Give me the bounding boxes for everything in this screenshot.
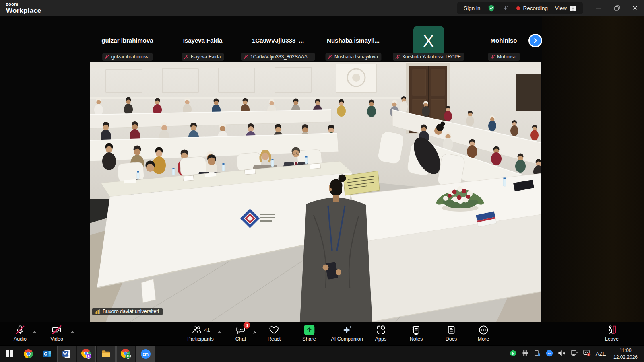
participant-label: Xurshida Yakubova TRCPE [402, 54, 461, 60]
stage-background [542, 16, 644, 322]
system-tray: k zm AZE 11:00 12.02.2026 [510, 347, 644, 360]
svg-text:zm: zm [547, 352, 551, 354]
next-page-button[interactable] [528, 34, 542, 47]
mic-muted-icon [490, 54, 495, 60]
leave-meeting-icon [607, 324, 617, 335]
apps-icon [376, 324, 386, 335]
participants-icon [191, 325, 202, 335]
network-tray-icon[interactable] [570, 350, 578, 358]
mic-off-icon [15, 324, 25, 335]
taskbar-clock[interactable]: 11:00 12.02.2026 [611, 347, 640, 360]
taskbar-file-explorer[interactable] [97, 346, 116, 362]
titlebar: zoom Workplace Sign in Recording View [0, 0, 644, 16]
apps-label: Apps [375, 336, 387, 342]
participant-label: gulzar ibrahimova [111, 54, 150, 60]
close-button[interactable] [626, 0, 644, 16]
taskbar-word[interactable] [57, 346, 76, 362]
share-screen-icon [304, 325, 314, 335]
share-button[interactable]: Share [302, 324, 316, 342]
participant-display-name: Isayeva Faida [165, 37, 240, 44]
meeting-stage: gulzar ibrahimova gulzar ibrahimova Isay… [0, 16, 644, 322]
apps-button[interactable]: Apps [375, 324, 387, 342]
ai-companion-button[interactable]: AI Companion [331, 324, 363, 342]
video-off-icon [51, 324, 62, 335]
video-button[interactable]: Video [50, 324, 63, 342]
connection-signal-icon [95, 309, 100, 314]
gallery-view-icon [570, 5, 576, 11]
participant-tile[interactable]: 1Ca0wVJjiu333_... 1Ca0wVJjiu333_802SAAA.… [240, 16, 316, 62]
sign-in-button[interactable]: Sign in [464, 5, 480, 11]
participant-tile[interactable]: gulzar ibrahimova gulzar ibrahimova [90, 16, 165, 62]
usb-device-tray-icon[interactable] [534, 350, 541, 358]
audio-button[interactable]: Audio [14, 324, 27, 342]
taskbar-outlook[interactable] [38, 346, 57, 362]
recording-label: Recording [523, 5, 548, 11]
ai-companion-label: AI Companion [331, 336, 363, 342]
brand-zoom: zoom [6, 2, 41, 6]
restore-button[interactable] [608, 0, 626, 16]
conference-room-illustration [90, 62, 541, 322]
participants-label: Participants [187, 336, 213, 342]
notes-button[interactable]: Notes [410, 324, 423, 342]
video-source-name: Buxoro davlat universiteti [103, 309, 159, 314]
chat-options-caret[interactable] [253, 329, 257, 336]
svg-text:G: G [127, 354, 130, 358]
participant-name-pill: gulzar ibrahimova [102, 53, 153, 61]
window-controls [590, 0, 644, 16]
zoom-workplace-logo: zoom Workplace [0, 2, 41, 14]
participant-label: Isayeva Faida [191, 54, 221, 60]
participant-label: 1Ca0wVJjiu333_802SAAA... [250, 54, 312, 60]
docs-label: Docs [446, 336, 457, 342]
participant-display-name: gulzar ibrahimova [90, 37, 165, 44]
start-button[interactable] [0, 346, 19, 362]
video-source-label: Buxoro davlat universiteti [92, 308, 163, 315]
zoom-app-icon: zm [140, 349, 151, 359]
react-label: React [268, 336, 281, 342]
ai-companion-status-icon[interactable] [502, 5, 509, 12]
chrome-icon [23, 349, 33, 359]
screenshare-alert-tray-icon[interactable] [583, 349, 591, 358]
more-label: More [478, 336, 489, 342]
language-indicator[interactable]: AZE [596, 351, 606, 357]
folder-icon [101, 349, 111, 359]
participant-tile[interactable]: Isayeva Faida Isayeva Faida [165, 16, 240, 62]
video-label: Video [50, 336, 63, 342]
video-options-caret[interactable] [70, 329, 75, 336]
taskbar-zoom[interactable]: zm [136, 346, 155, 362]
meeting-toolbar: Audio Video 41 Participants [0, 322, 644, 345]
chrome-g-icon: G [121, 349, 131, 359]
more-button[interactable]: More [478, 324, 489, 342]
docs-button[interactable]: Docs [446, 324, 457, 342]
outlook-icon [42, 349, 52, 359]
chat-button[interactable]: 3 Chat [235, 324, 246, 342]
kaspersky-tray-icon[interactable]: k [510, 350, 517, 358]
windows-logo-icon [6, 350, 13, 357]
minimize-button[interactable] [590, 0, 608, 16]
participant-tile[interactable]: X Xurshida Yakubova TRCPE [391, 16, 466, 62]
zoom-tray-icon[interactable]: zm [546, 350, 553, 358]
security-shield-icon[interactable] [487, 4, 495, 12]
participants-options-caret[interactable] [217, 329, 222, 336]
share-label: Share [302, 336, 316, 342]
react-button[interactable]: React [268, 324, 281, 342]
participant-tile[interactable]: Nushaba İsmayil... Nushaba İsmayilova [316, 16, 391, 62]
volume-tray-icon[interactable] [558, 350, 566, 358]
taskbar-chrome-profile[interactable] [77, 346, 96, 362]
more-ellipsis-icon [478, 324, 489, 335]
participants-button[interactable]: 41 Participants [187, 324, 213, 342]
notes-icon [411, 324, 421, 335]
leave-button[interactable]: Leave [605, 324, 619, 342]
svg-text:zm: zm [143, 352, 149, 356]
chat-icon: 3 [235, 324, 246, 335]
clock-date: 12.02.2026 [613, 354, 638, 360]
taskbar-chrome-gmail[interactable]: G [116, 346, 135, 362]
mic-muted-icon [327, 54, 332, 60]
view-button[interactable]: View [555, 5, 576, 11]
leave-label: Leave [605, 336, 619, 342]
main-video-feed[interactable]: Buxoro davlat universiteti [90, 62, 541, 322]
taskbar-chrome[interactable] [19, 346, 38, 362]
participants-count: 41 [204, 327, 210, 333]
printer-tray-icon[interactable] [522, 350, 529, 358]
participant-filmstrip: gulzar ibrahimova gulzar ibrahimova Isay… [90, 16, 541, 62]
audio-options-caret[interactable] [33, 329, 37, 336]
